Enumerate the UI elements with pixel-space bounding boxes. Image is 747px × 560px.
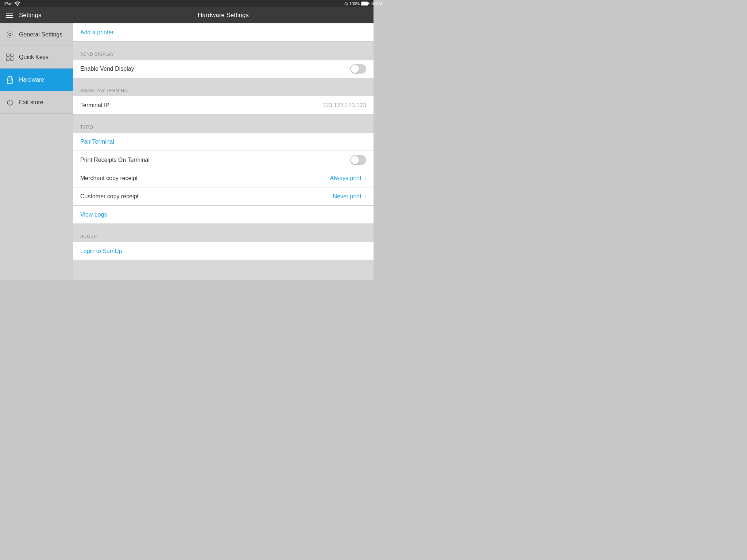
svg-point-9 <box>12 79 12 80</box>
print-receipts-row: Print Receipts On Terminal <box>73 151 374 169</box>
merchant-copy-chevron-icon: › <box>364 175 366 182</box>
gap-5 <box>73 260 374 268</box>
customer-copy-row[interactable]: Customer copy receipt Never print › <box>73 187 374 206</box>
hamburger-button[interactable] <box>6 13 13 18</box>
sidebar-title: Settings <box>19 12 41 19</box>
enable-vend-display-toggle[interactable] <box>350 64 366 74</box>
customer-copy-value: Never print <box>333 193 361 200</box>
sidebar-item-general-settings-label: General Settings <box>19 31 62 38</box>
svg-point-3 <box>9 34 11 36</box>
sidebar-item-exit-store[interactable]: Exit store <box>0 91 73 114</box>
customer-copy-inner: Customer copy receipt Never print › <box>80 193 366 200</box>
gap-4 <box>73 224 374 231</box>
ipad-label: iPad <box>4 1 12 6</box>
sidebar-item-general-settings[interactable]: General Settings <box>0 23 73 46</box>
merchant-copy-row[interactable]: Merchant copy receipt Always print › <box>73 169 374 187</box>
svg-rect-8 <box>7 81 12 83</box>
power-icon <box>6 98 14 106</box>
enable-vend-display-row: Enable Vend Display <box>73 60 374 78</box>
terminal-ip-value: 123.123.123.123 <box>322 102 366 109</box>
vend-display-header: VEND DISPLAY <box>73 49 374 60</box>
sidebar-item-hardware-label: Hardware <box>19 77 44 83</box>
nav-left: Settings <box>0 12 73 19</box>
sidebar-item-quick-keys-label: Quick Keys <box>19 54 49 61</box>
terminal-ip-inner: Terminal IP 123.123.123.123 <box>80 102 366 109</box>
wifi-icon <box>15 1 20 6</box>
nav-main-title: Hardware Settings <box>73 12 374 19</box>
sidebar-item-hardware[interactable]: Hardware <box>0 69 73 91</box>
svg-rect-7 <box>11 58 13 61</box>
print-receipts-label: Print Receipts On Terminal <box>80 157 150 163</box>
terminal-ip-row[interactable]: Terminal IP 123.123.123.123 <box>73 96 374 114</box>
view-logs-row[interactable]: View Logs <box>73 206 374 224</box>
tyro-header: TYRO <box>73 122 374 133</box>
gap-3 <box>73 114 374 122</box>
gap-2 <box>73 78 374 85</box>
add-printer-link[interactable]: Add a printer <box>80 29 114 36</box>
status-left: iPad <box>4 1 20 6</box>
nav-bar: Settings Hardware Settings <box>0 7 374 23</box>
pair-terminal-link[interactable]: Pair Terminal <box>80 139 114 145</box>
customer-copy-chevron-icon: › <box>364 193 366 200</box>
status-bar: iPad 10:40 AM ⌬ 100% <box>0 0 374 7</box>
sidebar: General Settings Quick Keys <box>0 23 73 280</box>
merchant-copy-value: Always print <box>330 175 361 182</box>
view-logs-link[interactable]: View Logs <box>80 211 107 218</box>
enable-vend-display-label: Enable Vend Display <box>80 66 134 72</box>
customer-copy-label: Customer copy receipt <box>80 193 139 200</box>
gear-icon <box>6 31 14 39</box>
sumup-login-link[interactable]: Login to SumUp <box>80 248 122 254</box>
svg-rect-5 <box>11 54 13 57</box>
sidebar-item-quick-keys[interactable]: Quick Keys <box>0 46 73 69</box>
battery-pct: 100% <box>349 1 360 6</box>
merchant-copy-label: Merchant copy receipt <box>80 175 138 182</box>
terminal-ip-label: Terminal IP <box>80 102 109 109</box>
sumup-header: SUMUP <box>73 231 374 242</box>
grid-icon <box>6 53 14 61</box>
add-printer-row[interactable]: Add a printer <box>73 23 374 42</box>
print-receipts-toggle[interactable] <box>350 155 366 165</box>
gap-1 <box>73 42 374 49</box>
merchant-copy-inner: Merchant copy receipt Always print › <box>80 175 366 182</box>
printer-icon <box>6 76 14 84</box>
print-receipts-inner: Print Receipts On Terminal <box>80 155 366 165</box>
enable-vend-display-inner: Enable Vend Display <box>80 64 366 74</box>
svg-rect-4 <box>7 54 9 57</box>
pair-terminal-row[interactable]: Pair Terminal <box>73 133 374 151</box>
main-layout: General Settings Quick Keys <box>0 23 374 280</box>
sumup-login-row[interactable]: Login to SumUp <box>73 242 374 260</box>
svg-rect-6 <box>7 58 9 61</box>
status-time: 10:40 AM <box>365 1 374 6</box>
bluetooth-icon: ⌬ <box>344 1 348 6</box>
sidebar-item-exit-store-label: Exit store <box>19 99 43 106</box>
smartpay-header: SMARTPAY TERMINAL <box>73 85 374 96</box>
content-area: Add a printer VEND DISPLAY Enable Vend D… <box>73 23 374 280</box>
